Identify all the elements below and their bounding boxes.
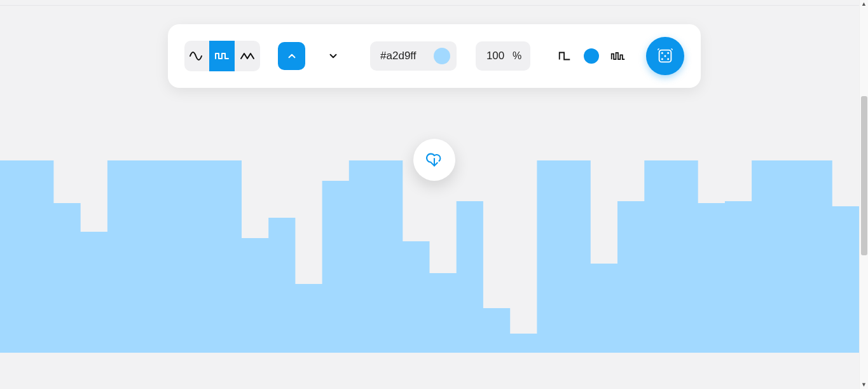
cloud-download-icon — [425, 150, 444, 169]
download-button[interactable] — [413, 139, 455, 181]
scrollbar[interactable]: ▲ ▼ — [859, 0, 868, 389]
multi-pulse-icon — [610, 49, 626, 63]
wave-style-smooth[interactable] — [184, 41, 210, 71]
toolbar: % — [168, 24, 701, 88]
direction-down-button[interactable] — [319, 42, 347, 70]
scroll-track[interactable] — [860, 7, 868, 382]
scroll-up-arrow[interactable]: ▲ — [861, 1, 867, 7]
hex-input[interactable] — [380, 50, 425, 62]
opacity-field: % — [476, 41, 530, 71]
chevron-down-icon — [327, 50, 339, 62]
dice-icon — [656, 46, 675, 66]
complexity-high-icon-wrap — [609, 41, 627, 71]
sawtooth-wave-icon — [240, 48, 255, 64]
sine-wave-icon — [189, 48, 204, 64]
opacity-suffix: % — [513, 50, 521, 62]
randomize-button[interactable] — [646, 37, 684, 75]
slider-handle[interactable] — [584, 48, 599, 64]
wave-style-linear[interactable] — [235, 41, 260, 71]
wave-path — [0, 160, 859, 353]
chevron-up-icon — [286, 50, 298, 62]
color-swatch[interactable] — [434, 48, 450, 64]
complexity-low-icon-wrap — [556, 41, 574, 71]
color-picker — [370, 41, 457, 71]
scroll-down-arrow[interactable]: ▼ — [861, 382, 867, 388]
wave-style-group — [184, 41, 260, 71]
svg-point-3 — [664, 55, 666, 57]
scroll-thumb[interactable] — [861, 96, 867, 255]
top-divider — [0, 5, 859, 6]
direction-up-button[interactable] — [278, 42, 306, 70]
svg-point-5 — [667, 58, 669, 60]
square-wave-icon — [214, 48, 230, 64]
wave-preview — [0, 160, 859, 353]
svg-point-4 — [661, 58, 663, 60]
square-pulse-icon — [558, 49, 572, 63]
wave-style-steps[interactable] — [209, 41, 235, 71]
opacity-input[interactable] — [485, 50, 506, 62]
wave-svg — [0, 160, 859, 353]
svg-point-2 — [667, 52, 669, 54]
svg-point-1 — [661, 52, 663, 54]
